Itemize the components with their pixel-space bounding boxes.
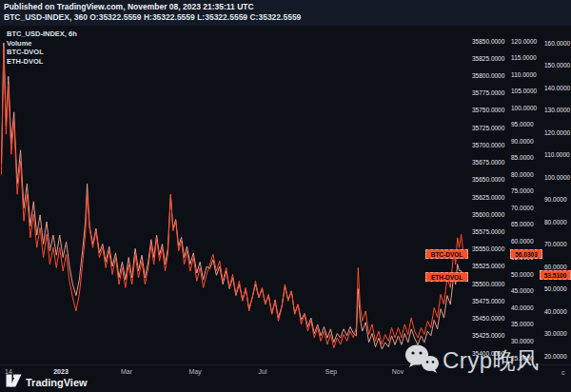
price-tick: 35550.0000: [472, 245, 504, 252]
time-axis-label: Nov: [392, 368, 404, 375]
price-scale-btc-usd[interactable]: 35850.000035825.000035800.000035775.0000…: [472, 0, 506, 392]
price-tick: 35700.0000: [472, 142, 504, 148]
wechat-icon: [404, 343, 440, 378]
price-tick: 35750.0000: [472, 107, 504, 113]
legend-item-btc-dvol[interactable]: BTC-DVOL: [7, 48, 77, 57]
btc_dvol-tick: 110.0000: [511, 71, 537, 78]
tradingview-logo[interactable]: TradingView: [6, 374, 88, 391]
eth_dvol-tick: 110.0000: [544, 151, 570, 158]
price-tick: 35575.0000: [472, 228, 504, 235]
btc_dvol-tick: 120.0000: [511, 38, 537, 45]
price-tick: 35600.0000: [472, 211, 504, 218]
watermark-text: Cryp晚风: [443, 345, 540, 376]
btc_dvol-tick: 100.0000: [511, 105, 537, 111]
tradingview-logo-icon: [6, 374, 22, 391]
btc-dvol-line[interactable]: [2, 48, 465, 348]
eth-dvol-series-tag[interactable]: ETH-DVOL: [425, 272, 468, 282]
price-tick: 35500.0000: [472, 281, 504, 287]
eth_dvol-tick: 80.0000: [544, 219, 567, 225]
eth_dvol-tick: 50.0000: [544, 285, 567, 292]
price-tick: 35675.0000: [472, 159, 504, 166]
price-scale-btc-dvol[interactable]: 120.0000115.0000110.0000105.0000100.0000…: [511, 0, 540, 392]
btc_dvol-tick: 80.0000: [511, 171, 534, 178]
btc-dvol-series-tag[interactable]: BTC-DVOL: [425, 249, 468, 259]
legend-item-symbol[interactable]: BTC_USD-INDEX, 6h: [7, 29, 77, 39]
time-axis-label: Sep: [325, 368, 337, 375]
btc_dvol-tick: 65.0000: [511, 221, 534, 227]
eth_dvol-tick: 120.0000: [544, 129, 570, 136]
btc_dvol-tick: 40.0000: [511, 304, 534, 311]
eth_dvol-tick: 100.0000: [544, 174, 570, 181]
btc_dvol-tick: 115.0000: [511, 54, 537, 61]
btc_dvol-tick: 95.0000: [511, 121, 534, 127]
tradingview-published-chart: Published on TradingView.com, November 0…: [0, 0, 571, 392]
btc_dvol-tick: 50.0000: [511, 271, 534, 278]
btc_dvol-tick: 60.0000: [511, 238, 534, 245]
chart-legend: BTC_USD-INDEX, 6h Volume BTC-DVOL ETH-DV…: [7, 29, 77, 66]
btc_dvol-tick: 85.0000: [511, 154, 534, 161]
btc_dvol-tick: 75.0000: [511, 187, 534, 194]
price-tick: 35850.0000: [472, 38, 504, 45]
btc_dvol-tick: 70.0000: [511, 205, 534, 211]
time-axis-label: Mar: [121, 368, 132, 375]
watermark: Cryp晚风: [404, 343, 540, 378]
eth_dvol-tick: 140.0000: [544, 85, 570, 91]
btc-dvol-value-tag: 56.0303: [510, 249, 542, 259]
price-tick: 35725.0000: [472, 125, 504, 131]
btc_dvol-tick: 105.0000: [511, 88, 537, 94]
time-axis-label: Jul: [259, 368, 267, 375]
eth_dvol-tick: 30.0000: [544, 330, 567, 337]
price-tick: 35475.0000: [472, 298, 504, 304]
btc_dvol-tick: 35.0000: [511, 321, 534, 327]
price-scale-eth-dvol[interactable]: 160.0000150.0000140.0000130.0000120.0000…: [544, 0, 571, 392]
tradingview-logo-text: TradingView: [26, 377, 88, 388]
price-tick: 35425.0000: [472, 332, 504, 339]
price-tick: 35525.0000: [472, 263, 504, 269]
price-tick: 35650.0000: [472, 176, 504, 183]
price-tick: 35625.0000: [472, 194, 504, 201]
eth_dvol-tick: 70.0000: [544, 241, 567, 247]
eth_dvol-tick: 150.0000: [544, 62, 570, 69]
legend-item-eth-dvol[interactable]: ETH-DVOL: [7, 57, 77, 67]
eth_dvol-tick: 130.0000: [544, 107, 570, 113]
legend-item-volume[interactable]: Volume: [7, 39, 77, 49]
price-tick: 35450.0000: [472, 315, 504, 322]
watermark-corner-letter: c: [561, 369, 565, 376]
price-tick: 35775.0000: [472, 89, 504, 96]
eth_dvol-tick: 160.0000: [544, 40, 570, 47]
eth-dvol-line[interactable]: [2, 43, 465, 349]
eth_dvol-tick: 20.0000: [544, 353, 567, 360]
eth_dvol-tick: 60.0000: [544, 264, 567, 270]
price-tick: 35825.0000: [472, 55, 504, 62]
eth_dvol-tick: 40.0000: [544, 308, 567, 315]
time-axis-label: May: [188, 368, 201, 375]
price-tick: 35800.0000: [472, 72, 504, 79]
btc_dvol-tick: 45.0000: [511, 287, 534, 294]
btc_dvol-tick: 90.0000: [511, 138, 534, 145]
eth_dvol-tick: 90.0000: [544, 196, 567, 203]
eth-dvol-value-tag: 53.5100: [540, 270, 571, 280]
